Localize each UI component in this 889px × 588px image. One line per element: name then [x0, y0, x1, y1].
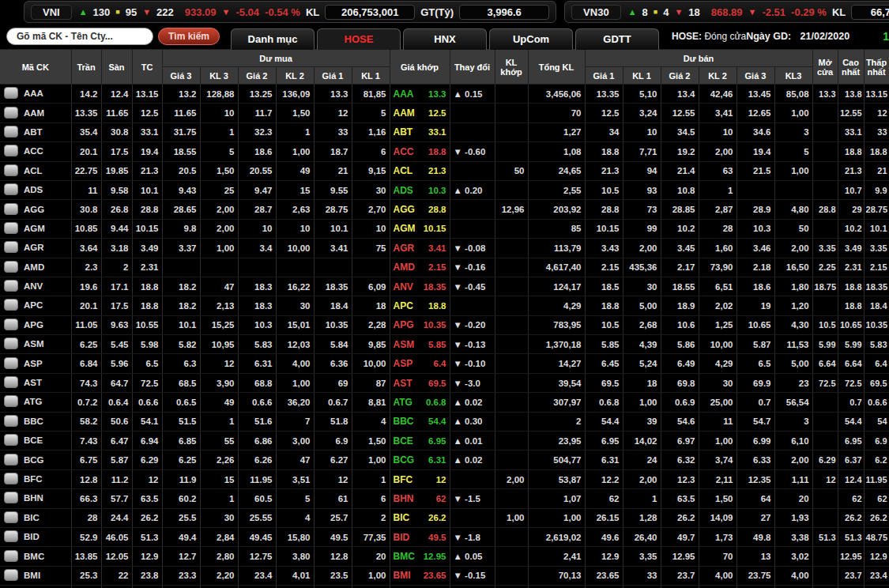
- table-row[interactable]: ASM6.255.455.985.8210,955.8312,035.849,8…: [0, 335, 889, 354]
- cell-bid-price-2: 6.26: [238, 450, 276, 469]
- table-row[interactable]: BBC58.250.654.151.5151.6751.84BBC54.4▲ 0…: [0, 412, 889, 431]
- cell-bid-vol-1: 30: [352, 180, 390, 199]
- cell-reference: 18.8: [132, 277, 162, 296]
- table-row[interactable]: ACL22.7519.8521.320.51,5020.5549219,15AC…: [0, 161, 889, 180]
- cell-reference: 72.5: [132, 373, 162, 392]
- row-checkbox[interactable]: [4, 145, 18, 156]
- row-checkbox[interactable]: [4, 203, 18, 215]
- cell-bid-price-3: 0.6.5: [162, 393, 200, 412]
- tab-danh-mục[interactable]: Danh mục: [231, 28, 315, 50]
- cell-reference: 12.9: [132, 547, 162, 566]
- table-row[interactable]: AGM10.859.4410.159.82,00101010.110AGM10.…: [0, 219, 889, 238]
- table-row[interactable]: ANV19.617.118.818.24718.316,2218.356,09A…: [0, 277, 889, 296]
- table-row[interactable]: AGR3.643.183.493.371,003.410,003.4175AGR…: [0, 239, 889, 258]
- tab-upcom[interactable]: UpCom: [489, 28, 573, 50]
- table-row[interactable]: BFC12.811.21211.91511.953,51121BFC122,00…: [0, 469, 889, 488]
- cell-bid-vol-3: 2,13: [200, 296, 238, 315]
- row-checkbox[interactable]: [4, 164, 18, 176]
- cell-low: 43.9: [864, 586, 889, 588]
- cell-ask-price-1: 18.8: [585, 296, 623, 315]
- table-row[interactable]: AST74.364.772.568.53,9068.81,006987AST69…: [0, 373, 889, 392]
- cell-ask-vol-3: 4,30: [774, 315, 812, 334]
- cell-ask-vol-1: 94: [623, 161, 661, 180]
- table-row[interactable]: ADS119.5810.19.43259.47159.5530ADS10.3▲ …: [0, 180, 889, 199]
- cell-floor: 11.65: [101, 104, 132, 122]
- table-row[interactable]: APG11.059.6310.5510.115,2510.315,0110.35…: [0, 315, 889, 334]
- row-checkbox[interactable]: [4, 357, 18, 369]
- col-ask-vol-3: KL3: [774, 67, 812, 85]
- table-row[interactable]: BID52.946.0551.349.42,8449.4515,8049.577…: [0, 527, 889, 546]
- tab-hnx[interactable]: HNX: [403, 28, 487, 50]
- row-checkbox[interactable]: [4, 569, 18, 581]
- row-checkbox[interactable]: [4, 434, 18, 446]
- row-checkbox[interactable]: [4, 126, 18, 138]
- cell-low: 54: [864, 412, 889, 431]
- table-row[interactable]: BCG6.755.876.296.252,266.26476.271,00BCG…: [0, 450, 889, 469]
- row-checkbox[interactable]: [4, 222, 18, 234]
- row-checkbox[interactable]: [4, 511, 18, 523]
- row-checkbox[interactable]: [4, 299, 18, 311]
- cell-high: 12.55: [838, 104, 864, 122]
- vn30-volume-label: KL: [832, 6, 846, 18]
- col-bid-vol-1: KL 1: [352, 67, 390, 85]
- row-checkbox[interactable]: [4, 550, 18, 562]
- cell-reference: 51.3: [132, 527, 162, 546]
- cell-floor: 17.1: [101, 277, 132, 296]
- cell-bid-price-1: 25.7: [314, 508, 352, 527]
- cell-ask-price-3: 10.3: [736, 219, 774, 238]
- symbol-text: BMI: [24, 570, 40, 579]
- table-row[interactable]: ACC20.117.519.418.55518.61,0018.76ACC18.…: [0, 142, 889, 161]
- table-row[interactable]: ABT35.430.833.131.75132.31331,16ABT33.11…: [0, 122, 889, 141]
- row-checkbox[interactable]: [4, 473, 18, 484]
- table-row[interactable]: BMC13.8512.0512.912.72,8012.753,8012.820…: [0, 547, 889, 566]
- table-row[interactable]: ASP6.845.966.56.3126.314,006.3610,00ASP6…: [0, 354, 889, 373]
- col-ask-price-1: Giá 1: [585, 67, 623, 85]
- search-button[interactable]: Tìm kiếm: [158, 28, 220, 45]
- table-row[interactable]: APC20.117.518.818.22,1318.33018.418APC18…: [0, 296, 889, 315]
- row-checkbox[interactable]: [4, 454, 18, 466]
- search-input[interactable]: [6, 28, 153, 45]
- row-checkbox[interactable]: [4, 87, 18, 99]
- cell-reference: 5.98: [132, 335, 162, 354]
- cell-matched-volume: [495, 547, 528, 566]
- table-row[interactable]: BCE7.436.476.946.85556.863,006.91,50BCE6…: [0, 432, 889, 450]
- table-row[interactable]: BMI25.32223.823.32,2023.44,0123.51,00BMI…: [0, 566, 889, 585]
- row-checkbox[interactable]: [4, 415, 18, 427]
- table-row[interactable]: AAM13.3511.6512.511.651011.71,50125AAM12…: [0, 104, 889, 122]
- table-row[interactable]: AGG30.826.828.828.652,0028.72,6328.752,7…: [0, 200, 889, 219]
- table-row[interactable]: BHN66.357.763.560.2160.55616BHN62▼ -1.51…: [0, 489, 889, 508]
- table-row[interactable]: AMD2.322.31AMD2.15▼ -0.164,617,402.15435…: [0, 258, 889, 277]
- row-checkbox[interactable]: [4, 395, 18, 407]
- cell-bid-vol-3: 10,95: [200, 335, 238, 354]
- tab-hose[interactable]: HOSE: [317, 28, 401, 50]
- row-checkbox[interactable]: [4, 376, 18, 388]
- cell-total-volume: 124,17: [528, 277, 585, 296]
- row-checkbox[interactable]: [4, 241, 18, 253]
- cell-bid-price-1: 61: [314, 489, 352, 508]
- row-checkbox[interactable]: [4, 107, 18, 119]
- tab-gdtt[interactable]: GDTT: [575, 28, 659, 50]
- table-row[interactable]: BMP47.941.444.844.13,1044.25,4744.353BMP…: [0, 586, 889, 588]
- vni-index-panel: VNI ▲ 130 ■ 95 ▼ 222 933.09 ▼ -5.04 -0.5…: [24, 1, 556, 23]
- cell-ceiling: 11.05: [71, 315, 101, 334]
- cell-open: [812, 219, 838, 238]
- row-checkbox[interactable]: [4, 492, 18, 503]
- vni-volume: 206,753,001: [325, 5, 415, 20]
- table-row[interactable]: ATG0.7.20.6.40.6.60.6.5490.6.636,200.6.7…: [0, 393, 889, 412]
- row-checkbox[interactable]: [4, 280, 18, 292]
- row-checkbox[interactable]: [4, 530, 18, 542]
- row-checkbox[interactable]: [4, 261, 18, 273]
- table-row[interactable]: AAA14.212.413.1513.2128,8813.25136,0913.…: [0, 85, 889, 104]
- row-checkbox[interactable]: [4, 318, 18, 330]
- row-checkbox[interactable]: [4, 183, 18, 195]
- cell-bid-price-1: 10.35: [314, 315, 352, 334]
- col-bid-vol-2: KL 2: [276, 67, 314, 85]
- cell-ask-vol-2: 6,51: [699, 277, 736, 296]
- cell-ask-price-2: 0.6.9: [661, 393, 699, 412]
- cell-high: 21.3: [838, 161, 864, 180]
- row-checkbox[interactable]: [4, 337, 18, 349]
- cell-ask-price-2: 44.55: [661, 586, 699, 588]
- table-row[interactable]: BIC2824.426.225.53025.55425.72BIC26.21,0…: [0, 508, 889, 527]
- cell-ask-vol-2: 10: [699, 122, 736, 141]
- cell-low: 0.6.6: [864, 393, 889, 412]
